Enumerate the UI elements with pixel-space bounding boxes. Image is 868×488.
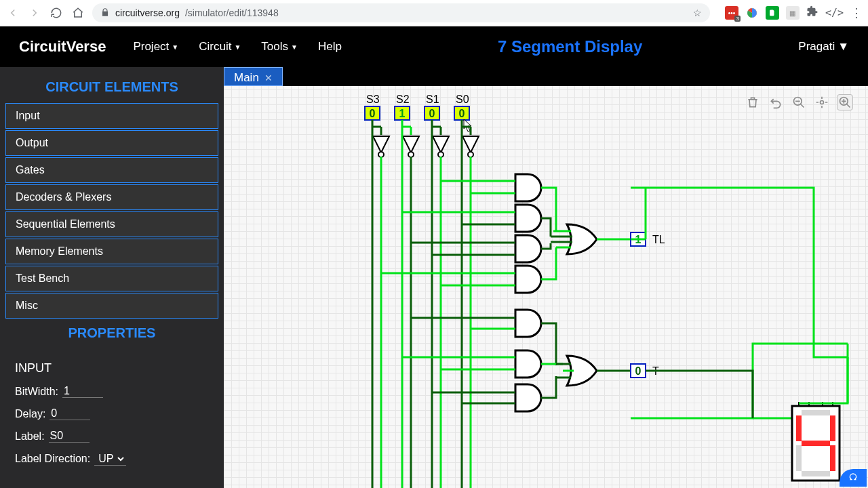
input-s3-label: S3	[366, 94, 380, 105]
input-s2-value[interactable]: 1	[399, 108, 406, 119]
input-s0-label: S0	[456, 94, 469, 105]
input-pins[interactable]	[365, 106, 469, 120]
url-bar[interactable]: circuitverse.org/simulator/edit/113948 ☆	[92, 3, 710, 22]
url-host: circuitverse.org	[115, 7, 180, 18]
help-bubble[interactable]	[840, 469, 867, 487]
menu-circuit[interactable]: Circuit▼	[199, 40, 241, 54]
labeldir-select[interactable]: UP	[94, 452, 126, 466]
extensions-icon[interactable]	[806, 5, 818, 20]
menu-tools[interactable]: Tools▼	[261, 40, 298, 54]
ext-lastpass-icon[interactable]: •••3	[725, 6, 738, 20]
canvas[interactable]: Main✕	[224, 67, 868, 488]
ext-evernote-icon[interactable]	[766, 6, 779, 20]
devtools-icon[interactable]: </>	[825, 7, 844, 19]
home-icon[interactable]	[71, 5, 85, 20]
url-path: /simulator/edit/113948	[185, 7, 279, 18]
input-s1-value[interactable]: 0	[429, 108, 435, 119]
ext-colorpicker-icon[interactable]	[745, 6, 759, 20]
svg-rect-37	[830, 445, 835, 471]
cat-output[interactable]: Output	[5, 130, 218, 156]
cat-sequential[interactable]: Sequential Elements	[5, 211, 218, 237]
svg-rect-35	[802, 410, 830, 415]
refresh-icon[interactable]	[49, 5, 64, 20]
and-gates-t[interactable]	[515, 310, 541, 411]
cat-gates[interactable]: Gates	[5, 157, 218, 183]
output-t-value: 0	[635, 365, 642, 377]
input-s2-label: S2	[396, 94, 410, 105]
kebab-icon[interactable]: ⋮	[850, 5, 863, 20]
extensions: •••3 ▦ </> ⋮	[725, 5, 863, 20]
svg-rect-40	[796, 415, 802, 441]
svg-rect-39	[796, 445, 802, 471]
label-value[interactable]: S0	[49, 430, 90, 443]
menu-project[interactable]: Project▼	[133, 40, 178, 54]
delay-value[interactable]: 0	[50, 407, 90, 420]
forward-icon[interactable]	[27, 5, 42, 20]
labeldir-label: Label Direction:	[15, 453, 90, 465]
not-gates[interactable]	[373, 136, 479, 157]
delay-label: Delay:	[15, 408, 45, 420]
menu-help[interactable]: Help	[318, 40, 342, 54]
label-label: Label:	[15, 430, 45, 443]
output-tl-label: TL	[652, 234, 665, 245]
or-gate-tl[interactable]	[567, 224, 597, 254]
browser-chrome: circuitverse.org/simulator/edit/113948 ☆…	[0, 0, 868, 26]
and-gates-tl[interactable]	[515, 174, 541, 293]
circuit-svg[interactable]: S3 S2 S1 S0 0 1 0 0	[224, 86, 868, 488]
sidebar: CIRCUIT ELEMENTS Input Output Gates Deco…	[0, 67, 224, 488]
close-icon[interactable]: ✕	[264, 73, 273, 83]
brand[interactable]: CircuitVerse	[19, 38, 106, 56]
lock-icon	[100, 7, 110, 19]
cat-testbench[interactable]: Test Bench	[5, 266, 218, 291]
tab-bar: Main✕	[224, 67, 868, 86]
user-menu[interactable]: Pragati▼	[798, 40, 849, 54]
svg-rect-38	[802, 471, 830, 476]
cat-misc[interactable]: Misc	[5, 293, 218, 319]
bitwidth-label: BitWidth:	[15, 386, 58, 398]
tab-main[interactable]: Main✕	[224, 67, 283, 86]
project-title[interactable]: 7 Segment Display	[342, 37, 798, 56]
input-s0-value[interactable]: 0	[459, 108, 465, 119]
elements-header: CIRCUIT ELEMENTS	[5, 74, 218, 103]
input-s1-label: S1	[426, 94, 439, 105]
svg-rect-36	[830, 415, 835, 441]
back-icon[interactable]	[5, 5, 20, 20]
cat-input[interactable]: Input	[5, 103, 218, 129]
properties-title: INPUT	[15, 361, 209, 375]
properties-header: PROPERTIES	[5, 320, 218, 349]
app-bar: CircuitVerse Project▼ Circuit▼ Tools▼ He…	[0, 26, 868, 67]
input-s3-value[interactable]: 0	[370, 108, 376, 119]
svg-rect-41	[802, 441, 830, 446]
seven-segment[interactable]	[792, 402, 840, 481]
cat-decoders[interactable]: Decoders & Plexers	[5, 184, 218, 210]
bitwidth-value[interactable]: 1	[62, 385, 103, 398]
ext-generic-icon[interactable]: ▦	[786, 6, 800, 20]
cat-memory[interactable]: Memory Elements	[5, 239, 218, 264]
star-icon[interactable]: ☆	[693, 7, 702, 18]
